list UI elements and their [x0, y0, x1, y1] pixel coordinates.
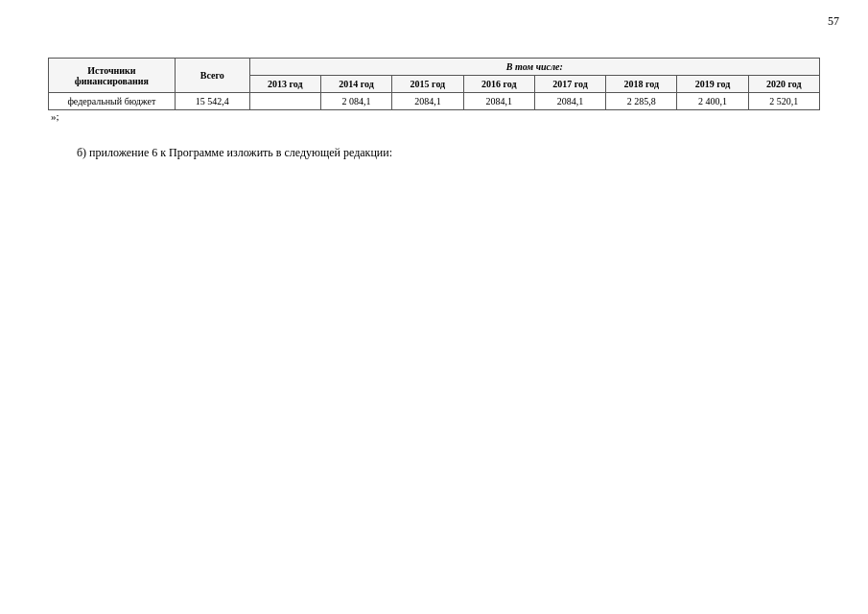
cell-2020: 2 520,1	[748, 93, 819, 110]
page-container: 57 Источники финансирования Всего В том …	[0, 0, 868, 614]
cell-source: федеральный бюджет	[49, 93, 176, 110]
cell-total: 15 542,4	[175, 93, 249, 110]
table-wrapper: Источники финансирования Всего В том чис…	[48, 58, 820, 122]
header-total: Всего	[175, 59, 249, 93]
cell-2019: 2 400,1	[677, 93, 748, 110]
closing-quote: »;	[51, 110, 59, 122]
header-vtomchisle: В том числе:	[249, 59, 819, 76]
header-year-2020: 2020 год	[748, 76, 819, 93]
cell-2018: 2 285,8	[606, 93, 677, 110]
cell-2016: 2084,1	[463, 93, 534, 110]
cell-2014: 2 084,1	[320, 93, 391, 110]
page-number: 57	[828, 14, 839, 29]
cell-2015: 2084,1	[392, 93, 463, 110]
header-year-2013: 2013 год	[249, 76, 320, 93]
header-year-2014: 2014 год	[320, 76, 391, 93]
cell-2017: 2084,1	[534, 93, 605, 110]
header-year-2018: 2018 год	[606, 76, 677, 93]
table-row: федеральный бюджет 15 542,4 2 084,1 2084…	[49, 93, 820, 110]
cell-2013	[249, 93, 320, 110]
header-sources: Источники финансирования	[49, 59, 176, 93]
header-year-2016: 2016 год	[463, 76, 534, 93]
paragraph-text: б) приложение 6 к Программе изложить в с…	[48, 146, 820, 160]
header-year-2017: 2017 год	[534, 76, 605, 93]
header-year-2015: 2015 год	[392, 76, 463, 93]
financing-table: Источники финансирования Всего В том чис…	[48, 58, 820, 110]
header-year-2019: 2019 год	[677, 76, 748, 93]
